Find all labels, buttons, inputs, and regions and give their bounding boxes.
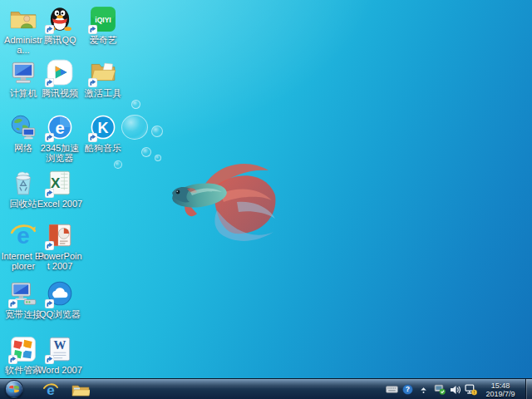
powerpoint-icon xyxy=(46,221,74,249)
desktop-icon-kugou-music[interactable]: K 酷狗音乐 xyxy=(80,113,126,153)
desktop-icon-label: QQ浏览器 xyxy=(37,309,83,319)
bubble xyxy=(131,100,140,109)
shortcut-arrow-icon xyxy=(88,25,97,34)
taskbar-internet-explorer-button[interactable]: e xyxy=(37,379,65,399)
bubble xyxy=(155,155,161,161)
shortcut-arrow-icon xyxy=(45,25,54,34)
qq-penguin-icon xyxy=(46,5,74,33)
desktop-icon-label: 腾讯视频 xyxy=(37,88,83,98)
desktop-icon-tencent-video[interactable]: 腾讯视频 xyxy=(37,58,83,98)
taskbar-explorer-button[interactable] xyxy=(66,379,95,399)
user-folder-icon xyxy=(9,5,37,33)
clock-date: 2019/7/9 xyxy=(482,390,519,398)
internet-explorer-icon: e xyxy=(42,382,59,398)
shortcut-arrow-icon xyxy=(8,355,17,364)
bubble xyxy=(151,126,163,137)
shortcut-arrow-icon xyxy=(45,299,54,308)
svg-text:iQIYI: iQIYI xyxy=(95,16,111,24)
show-hidden-icons-button[interactable] xyxy=(417,382,430,397)
desktop-icon-label: PowerPoint 2007 xyxy=(37,251,83,271)
shortcut-arrow-icon xyxy=(88,133,97,142)
svg-text:K: K xyxy=(97,120,108,136)
desktop: Administra... 腾讯QQ iQIYI xyxy=(0,0,532,399)
taskbar-clock[interactable]: 15:48 2019/7/9 xyxy=(480,382,520,398)
computer-icon xyxy=(9,58,37,86)
clock-time: 15:48 xyxy=(482,382,519,390)
network-warning-icon[interactable]: ! xyxy=(465,382,477,397)
excel-icon: X xyxy=(46,169,74,197)
network-globe-icon xyxy=(9,113,37,141)
shortcut-arrow-icon xyxy=(45,133,54,142)
windows-logo-icon xyxy=(8,383,20,395)
shortcut-arrow-icon xyxy=(88,78,97,87)
internet-explorer-icon: e xyxy=(9,221,37,249)
kugou-icon: K xyxy=(89,113,117,141)
desktop-icon-tencent-qq[interactable]: 腾讯QQ xyxy=(37,5,83,45)
desktop-icon-2345-browser[interactable]: e 2345加速浏览器 xyxy=(37,113,83,163)
desktop-icon-label: 激活工具 xyxy=(80,88,126,98)
tencent-video-icon xyxy=(46,58,74,86)
desktop-icon-label: 酷狗音乐 xyxy=(80,143,126,153)
shortcut-arrow-icon xyxy=(45,355,54,364)
betta-fish xyxy=(162,152,278,244)
system-tray: ? xyxy=(386,379,532,399)
start-button[interactable] xyxy=(5,380,23,398)
2345-browser-icon: e xyxy=(46,113,74,141)
desktop-icon-iqiyi[interactable]: iQIYI 爱奇艺 xyxy=(80,5,126,45)
desktop-icon-qq-browser[interactable]: QQ浏览器 xyxy=(37,279,83,319)
desktop-icon-label: 2345加速浏览器 xyxy=(37,143,83,163)
broadband-icon xyxy=(9,279,37,308)
bubble xyxy=(141,147,151,157)
svg-text:?: ? xyxy=(406,385,410,393)
desktop-icon-powerpoint-2007[interactable]: PowerPoint 2007 xyxy=(37,221,83,271)
security-check-icon[interactable] xyxy=(433,382,446,397)
input-keyboard-icon[interactable] xyxy=(386,382,398,397)
software-manager-icon xyxy=(9,335,37,363)
word-icon: W xyxy=(46,335,74,363)
desktop-icon-excel-2007[interactable]: X Excel 2007 xyxy=(37,169,83,209)
iqiyi-icon: iQIYI xyxy=(89,5,117,33)
svg-text:W: W xyxy=(54,338,66,352)
help-icon[interactable]: ? xyxy=(401,382,414,397)
open-folder-icon xyxy=(89,58,117,86)
volume-icon[interactable] xyxy=(449,382,461,397)
svg-text:!: ! xyxy=(474,390,475,395)
shortcut-arrow-icon xyxy=(45,241,54,250)
taskbar: e ? xyxy=(0,378,532,399)
svg-text:e: e xyxy=(55,119,64,137)
show-desktop-button[interactable] xyxy=(525,379,532,399)
desktop-icon-label: Word 2007 xyxy=(37,365,83,375)
desktop-icon-label: 腾讯QQ xyxy=(37,35,83,45)
shortcut-arrow-icon xyxy=(8,299,17,308)
qq-browser-icon xyxy=(46,279,74,308)
bubble xyxy=(114,160,122,169)
desktop-icon-activation-tools[interactable]: 激活工具 xyxy=(80,58,126,98)
desktop-icon-label: 爱奇艺 xyxy=(80,35,126,45)
recycle-bin-icon xyxy=(9,169,37,197)
desktop-icon-word-2007[interactable]: W Word 2007 xyxy=(37,335,83,375)
folder-icon xyxy=(71,382,90,397)
desktop-icon-label: Excel 2007 xyxy=(37,199,83,209)
shortcut-arrow-icon xyxy=(45,189,54,198)
shortcut-arrow-icon xyxy=(45,78,54,87)
